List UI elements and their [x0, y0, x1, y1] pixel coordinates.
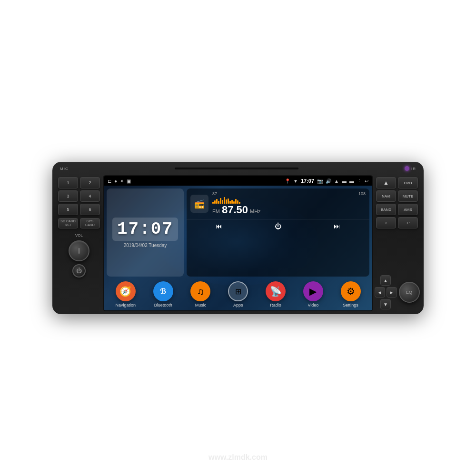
eq-knob[interactable]: EQ — [399, 282, 420, 303]
mic-label: MIC — [60, 167, 69, 171]
gps-card-btn[interactable]: GPSCARD — [80, 218, 100, 228]
eject-btn[interactable]: ▲ — [376, 177, 396, 188]
preset-btn-5[interactable]: 5 — [58, 204, 78, 215]
app-apps[interactable]: ⊞ Apps — [228, 281, 248, 307]
eq-area: ▲ ◄ ► ▼ EQ — [376, 275, 418, 309]
ir-area: IR — [405, 166, 416, 171]
app-navigation[interactable]: 🧭 Navigation — [115, 281, 136, 307]
radio-prev-btn[interactable]: ⏮ — [216, 222, 222, 230]
band-btn[interactable]: BAND — [376, 204, 396, 215]
status-time: 17:07 — [301, 178, 314, 184]
notification1-icon: ▬ — [342, 178, 347, 184]
vol-knob[interactable] — [69, 240, 89, 261]
screen-content: 17:07 2019/04/02 Tuesday 📻 87 108 — [104, 186, 372, 310]
eq-down-btn[interactable]: ▼ — [380, 299, 391, 309]
vol-area: VOL ⏻ — [58, 233, 100, 278]
radio-freq-max: 108 — [358, 191, 366, 196]
vol-label: VOL — [75, 233, 83, 238]
clock-time: 17:07 — [112, 218, 178, 241]
app-music[interactable]: ♫ Music — [190, 281, 210, 307]
screen-wrapper: ⊏ ● ✦ ▣ 📍 ▼ 17:07 📷 🔊 ▲ ▬ ▬ ⋮ ↩ — [103, 175, 373, 311]
bluetooth-status-icon: ✦ — [120, 178, 124, 184]
right-panel: ▲ DVD NAVI MUTE BAND AMS ⌂ ↩ ▲ ◄ ► — [373, 175, 421, 311]
ams-btn[interactable]: AMS — [398, 204, 418, 215]
sd-card-btn[interactable]: SD CARDRST — [58, 218, 78, 228]
preset-buttons-top: 1 2 3 4 5 6 — [58, 177, 100, 215]
upload-icon: ▲ — [334, 178, 339, 184]
navigation-label: Navigation — [115, 303, 136, 307]
screen-main: 17:07 2019/04/02 Tuesday 📻 87 108 — [104, 186, 372, 279]
location-icon: 📍 — [285, 178, 290, 184]
radio-top: 📻 87 108 — [187, 188, 369, 219]
settings-label: Settings — [343, 303, 358, 307]
radio-icon: 📻 — [190, 195, 208, 213]
radio-freq-min: 87 — [212, 191, 217, 196]
mute-btn[interactable]: MUTE — [398, 190, 418, 202]
bluetooth-label: Bluetooth — [154, 303, 172, 307]
preset-btn-4[interactable]: 4 — [80, 190, 100, 202]
video-label: Video — [307, 303, 318, 307]
video-icon: ▶ — [303, 281, 323, 301]
preset-btn-3[interactable]: 3 — [58, 190, 78, 202]
radio-app-icon: 📡 — [266, 281, 286, 301]
app-video[interactable]: ▶ Video — [303, 281, 323, 307]
ir-dot — [405, 166, 409, 171]
navigation-icon: 🧭 — [116, 281, 136, 301]
app-radio[interactable]: 📡 Radio — [266, 281, 286, 307]
preset-btn-2[interactable]: 2 — [80, 177, 100, 188]
power-button[interactable]: ⏻ — [72, 264, 86, 278]
radio-band: FM — [212, 208, 220, 214]
app-settings[interactable]: ⚙ Settings — [341, 281, 361, 307]
right-top-buttons: ▲ DVD NAVI MUTE BAND AMS ⌂ ↩ — [376, 177, 418, 228]
left-panel: 1 2 3 4 5 6 SD CARDRST GPSCARD VOL ⏻ — [55, 175, 103, 311]
navi-btn[interactable]: NAVI — [376, 190, 396, 202]
clock-widget: 17:07 2019/04/02 Tuesday — [107, 188, 184, 277]
home-btn[interactable]: ⌂ — [376, 217, 396, 228]
status-right: 📍 ▼ 17:07 📷 🔊 ▲ ▬ ▬ ⋮ ↩ — [285, 178, 368, 184]
home-icon: ⊏ — [108, 178, 111, 184]
radio-label: Radio — [270, 303, 281, 307]
volume-icon: 🔊 — [326, 178, 331, 184]
radio-power-btn[interactable]: ⏻ — [275, 222, 281, 230]
apps-icon: ⊞ — [228, 281, 248, 301]
back-nav-btn[interactable]: ↩ — [398, 217, 418, 228]
preset-btn-1[interactable]: 1 — [58, 177, 78, 188]
menu-icon: ⋮ — [357, 178, 362, 184]
card-row: SD CARDRST GPSCARD — [58, 218, 100, 228]
radio-frequency-display: FM 87.50 MHz — [212, 204, 366, 216]
head-unit: MIC IR 1 2 3 4 5 6 SD CARDRST GPSCARD VO… — [52, 162, 424, 314]
radio-unit: MHz — [250, 208, 261, 214]
wifi-icon: ● — [114, 178, 117, 184]
apps-label: Apps — [233, 303, 243, 307]
music-label: Music — [195, 303, 207, 307]
battery-icon: ▣ — [127, 178, 131, 184]
back-icon: ↩ — [365, 178, 368, 184]
watermark: www.zlmdk.com — [208, 453, 268, 462]
radio-widget: 📻 87 108 — [187, 188, 369, 277]
camera-icon: 📷 — [317, 178, 323, 184]
ir-label: IR — [411, 167, 416, 171]
preset-btn-6[interactable]: 6 — [80, 204, 100, 215]
dvd-btn[interactable]: DVD — [398, 177, 418, 188]
settings-icon: ⚙ — [341, 281, 361, 301]
eq-left-right-row: ◄ ► — [375, 287, 397, 298]
status-left: ⊏ ● ✦ ▣ — [108, 178, 131, 184]
music-icon: ♫ — [190, 281, 210, 301]
bluetooth-icon: ℬ — [153, 281, 173, 301]
clock-date: 2019/04/02 Tuesday — [124, 243, 167, 248]
signal-icon: ▼ — [293, 178, 298, 184]
eq-left-btn[interactable]: ◄ — [375, 287, 385, 298]
radio-next-btn[interactable]: ⏭ — [334, 222, 340, 230]
notification2-icon: ▬ — [349, 178, 354, 184]
eq-up-btn[interactable]: ▲ — [380, 275, 391, 286]
radio-frequency: 87.50 — [222, 204, 248, 216]
app-row: 🧭 Navigation ℬ Bluetooth ♫ Music ⊞ Apps — [104, 279, 372, 310]
radio-controls: ⏮ ⏻ ⏭ — [187, 219, 369, 233]
status-bar: ⊏ ● ✦ ▣ 📍 ▼ 17:07 📷 🔊 ▲ ▬ ▬ ⋮ ↩ — [104, 176, 372, 186]
radio-equalizer — [212, 197, 366, 204]
eq-right-btn[interactable]: ► — [387, 287, 397, 298]
radio-info: 87 108 — [212, 191, 366, 216]
eq-arrows: ▲ ◄ ► ▼ — [375, 275, 397, 309]
cd-slot — [175, 168, 298, 169]
app-bluetooth[interactable]: ℬ Bluetooth — [153, 281, 173, 307]
